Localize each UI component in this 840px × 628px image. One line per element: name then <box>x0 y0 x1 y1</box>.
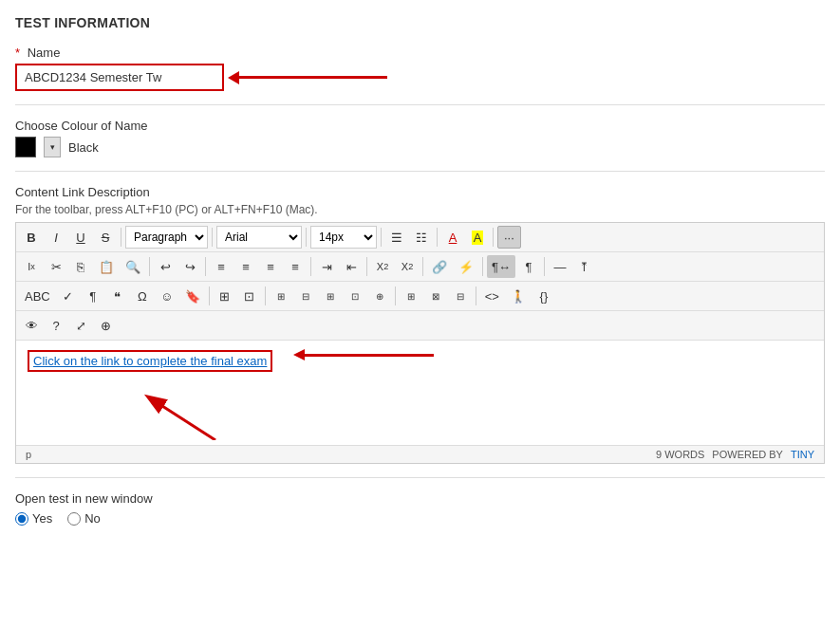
sep-12 <box>482 257 483 276</box>
radio-yes-text: Yes <box>32 511 52 526</box>
cut-button[interactable]: ✂ <box>45 255 67 278</box>
sep-3 <box>306 228 307 247</box>
colour-swatch[interactable] <box>15 137 36 157</box>
radio-yes[interactable] <box>15 512 28 526</box>
sep-14 <box>209 286 210 305</box>
editor-content[interactable]: Click on the link to complete the final … <box>28 350 272 372</box>
curly-button[interactable]: {} <box>532 285 555 307</box>
divider-3 <box>15 477 825 478</box>
divider-2 <box>15 171 825 172</box>
sep-1 <box>121 228 121 247</box>
fullscreen-button[interactable]: ⤢ <box>69 314 92 337</box>
sep-4 <box>381 228 382 247</box>
italic-button[interactable]: I <box>45 226 67 249</box>
table-grid-4[interactable]: ⊡ <box>344 285 366 307</box>
open-test-label: Open test in new window <box>15 491 825 506</box>
editor-container: B I U S Paragraph Heading 1 Heading 2 Ar… <box>15 222 825 464</box>
align-center-button[interactable]: ≡ <box>234 255 257 278</box>
arrow-right-indicator <box>235 76 387 79</box>
table-button[interactable]: ⊞ <box>214 285 236 307</box>
highlight-button[interactable]: A <box>466 226 489 249</box>
sep-5 <box>437 228 438 247</box>
content-link-label: Content Link Description <box>15 185 825 199</box>
ordered-list-button[interactable]: ☷ <box>410 226 433 249</box>
divider-1 <box>15 104 825 105</box>
find-button[interactable]: 🔍 <box>121 255 145 278</box>
sep-8 <box>205 257 206 276</box>
format-button[interactable]: Ix <box>20 255 43 278</box>
superscript-button[interactable]: X2 <box>371 255 394 278</box>
toolbar-row-4: 👁 ? ⤢ ⊕ <box>16 311 824 341</box>
diagonal-arrow-indicator <box>140 393 225 443</box>
size-select[interactable]: 14px 12px 16px <box>310 226 377 249</box>
colour-label: Choose Colour of Name <box>15 119 825 133</box>
sep-15 <box>265 286 266 305</box>
font-select[interactable]: Arial Times New Roman <box>216 226 302 249</box>
radio-yes-label[interactable]: Yes <box>15 511 52 526</box>
preview-button[interactable]: 👁 <box>20 314 43 337</box>
table-edit-button[interactable]: ⊡ <box>238 285 261 307</box>
outdent-button[interactable]: ⇤ <box>340 255 363 278</box>
bold-button[interactable]: B <box>20 226 43 249</box>
undo-button[interactable]: ↩ <box>154 255 177 278</box>
help-button[interactable]: ? <box>45 314 67 337</box>
strikethrough-button[interactable]: S <box>94 226 117 249</box>
align-justify-button[interactable]: ≡ <box>284 255 307 278</box>
sep-10 <box>366 257 367 276</box>
editor-body[interactable]: Click on the link to complete the final … <box>16 341 824 445</box>
page-title: TEST INFORMATION <box>15 15 825 30</box>
checkmark-button[interactable]: ✓ <box>57 285 80 307</box>
person-button[interactable]: 🚶 <box>506 285 531 307</box>
align-right-button[interactable]: ≡ <box>259 255 282 278</box>
table-grid-3[interactable]: ⊞ <box>319 285 342 307</box>
more-button[interactable]: ··· <box>497 226 521 249</box>
name-input[interactable] <box>15 64 224 91</box>
quote-button[interactable]: ❝ <box>106 285 129 307</box>
omega-button[interactable]: Ω <box>131 285 154 307</box>
radio-no[interactable] <box>67 512 81 526</box>
table-grid-1[interactable]: ⊞ <box>270 285 292 307</box>
radio-no-label[interactable]: No <box>67 511 101 526</box>
table-split-1[interactable]: ⊟ <box>449 285 472 307</box>
toolbar-row-3: ABC ✓ ¶ ❝ Ω ☺ 🔖 ⊞ ⊡ ⊞ ⊟ ⊞ ⊡ ⊕ ⊞ ⊠ ⊟ <> 🚶… <box>16 282 824 311</box>
table-merge-1[interactable]: ⊞ <box>400 285 422 307</box>
code-button[interactable]: <> <box>480 285 504 307</box>
colour-dropdown[interactable]: ▾ <box>44 137 61 157</box>
hr-button[interactable]: — <box>549 255 571 278</box>
copy-button[interactable]: ⎘ <box>69 255 92 278</box>
sep-6 <box>493 228 494 247</box>
link-button[interactable]: 🔗 <box>427 255 452 278</box>
footer-paragraph: p <box>26 449 31 460</box>
align-left-button[interactable]: ≡ <box>210 255 233 278</box>
emoji-button[interactable]: ☺ <box>156 285 178 307</box>
rtl-button[interactable]: ¶↔ <box>487 255 515 278</box>
svg-line-0 <box>149 397 215 440</box>
special-char-button[interactable]: ⤒ <box>573 255 596 278</box>
subscript-button[interactable]: X2 <box>396 255 419 278</box>
spellcheck-button[interactable]: ABC <box>20 285 55 307</box>
name-label: Name <box>28 46 61 60</box>
radio-row: Yes No <box>15 511 825 526</box>
sep-13 <box>544 257 545 276</box>
underline-button[interactable]: U <box>69 226 92 249</box>
unordered-list-button[interactable]: ☰ <box>385 226 408 249</box>
toolbar-hint: For the toolbar, press ALT+F10 (PC) or A… <box>15 203 825 216</box>
add-button[interactable]: ⊕ <box>94 314 117 337</box>
pilcrow-button[interactable]: ¶ <box>82 285 104 307</box>
tiny-link[interactable]: TINY <box>791 449 814 460</box>
table-merge-2[interactable]: ⊠ <box>424 285 447 307</box>
table-grid-5[interactable]: ⊕ <box>368 285 391 307</box>
text-color-button[interactable]: A <box>441 226 464 249</box>
toolbar-row-2: Ix ✂ ⎘ 📋 🔍 ↩ ↪ ≡ ≡ ≡ ≡ ⇥ ⇤ X2 X2 🔗 ⚡ ¶↔ … <box>16 252 824 282</box>
unlink-button[interactable]: ⚡ <box>454 255 478 278</box>
paste-button[interactable]: 📋 <box>94 255 119 278</box>
paragraph-select[interactable]: Paragraph Heading 1 Heading 2 <box>125 226 208 249</box>
redo-button[interactable]: ↪ <box>178 255 201 278</box>
sep-11 <box>422 257 423 276</box>
bookmark-button[interactable]: 🔖 <box>180 285 205 307</box>
indent-button[interactable]: ⇥ <box>315 255 338 278</box>
table-grid-2[interactable]: ⊟ <box>294 285 317 307</box>
toolbar-row-1: B I U S Paragraph Heading 1 Heading 2 Ar… <box>16 223 824 252</box>
radio-no-text: No <box>84 511 101 526</box>
paragraph-mark-button[interactable]: ¶ <box>517 255 540 278</box>
